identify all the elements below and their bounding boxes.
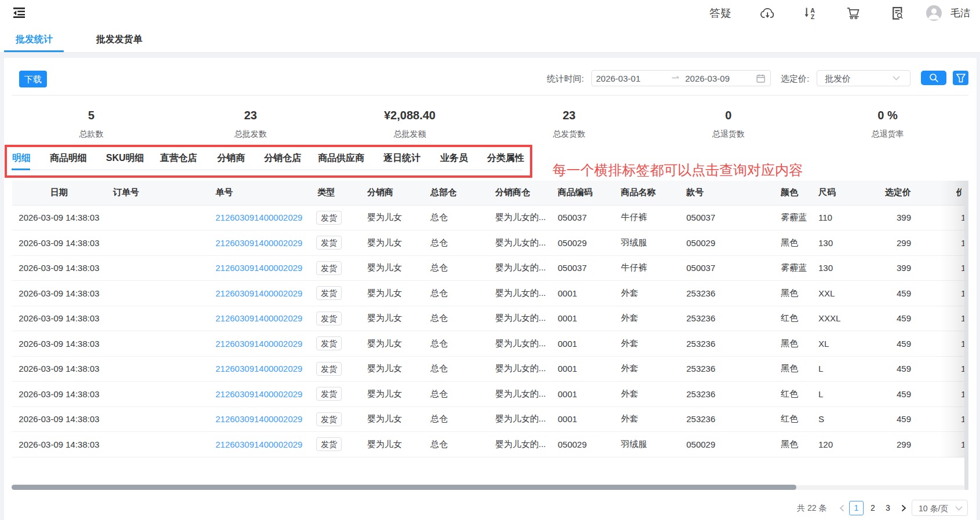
svg-text:Z: Z — [811, 13, 815, 19]
